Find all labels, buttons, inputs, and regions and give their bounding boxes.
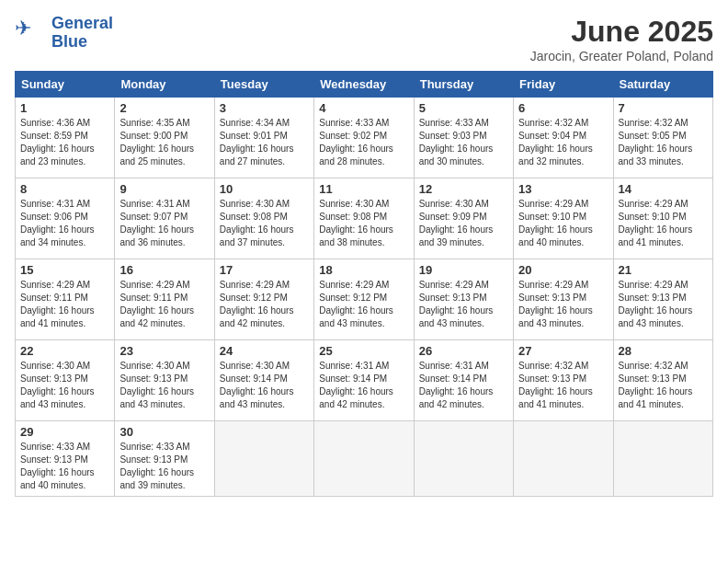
calendar-cell xyxy=(314,421,414,497)
calendar-cell: 18Sunrise: 4:29 AM Sunset: 9:12 PM Dayli… xyxy=(314,259,414,340)
calendar-cell: 6Sunrise: 4:32 AM Sunset: 9:04 PM Daylig… xyxy=(514,98,613,178)
day-info: Sunrise: 4:31 AM Sunset: 9:14 PM Dayligh… xyxy=(319,360,408,411)
calendar-cell: 21Sunrise: 4:29 AM Sunset: 9:13 PM Dayli… xyxy=(613,259,712,340)
day-number: 26 xyxy=(419,344,508,358)
weekday-header-saturday: Saturday xyxy=(613,72,712,98)
weekday-header-tuesday: Tuesday xyxy=(214,72,313,98)
calendar-cell: 7Sunrise: 4:32 AM Sunset: 9:05 PM Daylig… xyxy=(613,98,712,178)
day-info: Sunrise: 4:29 AM Sunset: 9:11 PM Dayligh… xyxy=(119,279,209,330)
day-info: Sunrise: 4:29 AM Sunset: 9:13 PM Dayligh… xyxy=(518,279,608,330)
calendar-cell: 4Sunrise: 4:33 AM Sunset: 9:02 PM Daylig… xyxy=(314,98,414,178)
calendar-cell: 19Sunrise: 4:29 AM Sunset: 9:13 PM Dayli… xyxy=(414,259,513,340)
day-info: Sunrise: 4:32 AM Sunset: 9:04 PM Dayligh… xyxy=(518,117,608,168)
day-info: Sunrise: 4:31 AM Sunset: 9:06 PM Dayligh… xyxy=(20,198,109,249)
day-number: 5 xyxy=(419,101,508,115)
day-info: Sunrise: 4:29 AM Sunset: 9:10 PM Dayligh… xyxy=(619,198,708,249)
day-info: Sunrise: 4:29 AM Sunset: 9:13 PM Dayligh… xyxy=(419,279,508,330)
weekday-header-wednesday: Wednesday xyxy=(314,72,414,98)
logo: ✈ General Blue xyxy=(15,15,113,52)
calendar-cell: 2Sunrise: 4:35 AM Sunset: 9:00 PM Daylig… xyxy=(115,98,214,178)
weekday-header-sunday: Sunday xyxy=(16,72,115,98)
calendar-cell: 5Sunrise: 4:33 AM Sunset: 9:03 PM Daylig… xyxy=(414,98,513,178)
day-info: Sunrise: 4:30 AM Sunset: 9:13 PM Dayligh… xyxy=(119,360,209,411)
calendar-cell: 16Sunrise: 4:29 AM Sunset: 9:11 PM Dayli… xyxy=(115,259,214,340)
calendar-cell xyxy=(613,421,712,497)
day-info: Sunrise: 4:29 AM Sunset: 9:12 PM Dayligh… xyxy=(220,279,309,330)
day-info: Sunrise: 4:34 AM Sunset: 9:01 PM Dayligh… xyxy=(220,117,309,168)
calendar-cell xyxy=(414,421,513,497)
title-block: June 2025 Jarocin, Greater Poland, Polan… xyxy=(530,15,713,63)
calendar-cell: 22Sunrise: 4:30 AM Sunset: 9:13 PM Dayli… xyxy=(16,340,115,421)
day-number: 18 xyxy=(319,263,408,277)
day-info: Sunrise: 4:31 AM Sunset: 9:14 PM Dayligh… xyxy=(419,360,508,411)
calendar-cell xyxy=(514,421,613,497)
day-number: 20 xyxy=(518,263,608,277)
day-info: Sunrise: 4:29 AM Sunset: 9:12 PM Dayligh… xyxy=(319,279,408,330)
day-number: 25 xyxy=(319,344,408,358)
calendar-cell: 14Sunrise: 4:29 AM Sunset: 9:10 PM Dayli… xyxy=(613,178,712,259)
day-number: 3 xyxy=(220,101,309,115)
day-info: Sunrise: 4:30 AM Sunset: 9:08 PM Dayligh… xyxy=(319,198,408,249)
day-number: 12 xyxy=(419,182,508,196)
calendar-table: SundayMondayTuesdayWednesdayThursdayFrid… xyxy=(15,71,713,497)
svg-text:✈: ✈ xyxy=(15,17,31,40)
calendar-cell xyxy=(214,421,313,497)
calendar-cell: 27Sunrise: 4:32 AM Sunset: 9:13 PM Dayli… xyxy=(514,340,613,421)
calendar-cell: 8Sunrise: 4:31 AM Sunset: 9:06 PM Daylig… xyxy=(16,178,115,259)
calendar-cell: 28Sunrise: 4:32 AM Sunset: 9:13 PM Dayli… xyxy=(613,340,712,421)
day-info: Sunrise: 4:32 AM Sunset: 9:13 PM Dayligh… xyxy=(518,360,608,411)
day-info: Sunrise: 4:35 AM Sunset: 9:00 PM Dayligh… xyxy=(119,117,209,168)
calendar-cell: 29Sunrise: 4:33 AM Sunset: 9:13 PM Dayli… xyxy=(16,421,115,497)
weekday-header-thursday: Thursday xyxy=(414,72,513,98)
day-number: 28 xyxy=(619,344,708,358)
calendar-cell: 26Sunrise: 4:31 AM Sunset: 9:14 PM Dayli… xyxy=(414,340,513,421)
weekday-header-monday: Monday xyxy=(115,72,214,98)
calendar-cell: 25Sunrise: 4:31 AM Sunset: 9:14 PM Dayli… xyxy=(314,340,414,421)
day-number: 6 xyxy=(518,101,608,115)
day-number: 11 xyxy=(319,182,408,196)
day-info: Sunrise: 4:32 AM Sunset: 9:05 PM Dayligh… xyxy=(619,117,708,168)
day-number: 2 xyxy=(119,101,209,115)
calendar-cell: 30Sunrise: 4:33 AM Sunset: 9:13 PM Dayli… xyxy=(115,421,214,497)
day-info: Sunrise: 4:33 AM Sunset: 9:02 PM Dayligh… xyxy=(319,117,408,168)
location-subtitle: Jarocin, Greater Poland, Poland xyxy=(530,49,713,63)
calendar-cell: 24Sunrise: 4:30 AM Sunset: 9:14 PM Dayli… xyxy=(214,340,313,421)
day-number: 13 xyxy=(518,182,608,196)
page-header: ✈ General Blue June 2025 Jarocin, Greate… xyxy=(15,15,713,63)
day-number: 8 xyxy=(20,182,109,196)
day-info: Sunrise: 4:36 AM Sunset: 8:59 PM Dayligh… xyxy=(20,117,109,168)
day-number: 4 xyxy=(319,101,408,115)
calendar-cell: 17Sunrise: 4:29 AM Sunset: 9:12 PM Dayli… xyxy=(214,259,313,340)
day-number: 10 xyxy=(220,182,309,196)
day-number: 30 xyxy=(119,425,209,439)
day-number: 27 xyxy=(518,344,608,358)
day-number: 1 xyxy=(20,101,109,115)
day-info: Sunrise: 4:29 AM Sunset: 9:10 PM Dayligh… xyxy=(518,198,608,249)
day-info: Sunrise: 4:30 AM Sunset: 9:13 PM Dayligh… xyxy=(20,360,109,411)
day-info: Sunrise: 4:30 AM Sunset: 9:09 PM Dayligh… xyxy=(419,198,508,249)
day-number: 19 xyxy=(419,263,508,277)
day-info: Sunrise: 4:32 AM Sunset: 9:13 PM Dayligh… xyxy=(619,360,708,411)
calendar-cell: 15Sunrise: 4:29 AM Sunset: 9:11 PM Dayli… xyxy=(16,259,115,340)
calendar-cell: 23Sunrise: 4:30 AM Sunset: 9:13 PM Dayli… xyxy=(115,340,214,421)
calendar-cell: 1Sunrise: 4:36 AM Sunset: 8:59 PM Daylig… xyxy=(16,98,115,178)
day-number: 29 xyxy=(20,425,109,439)
day-info: Sunrise: 4:31 AM Sunset: 9:07 PM Dayligh… xyxy=(119,198,209,249)
day-number: 14 xyxy=(619,182,708,196)
day-number: 22 xyxy=(20,344,109,358)
logo-text: General Blue xyxy=(51,15,113,52)
day-number: 23 xyxy=(119,344,209,358)
calendar-cell: 10Sunrise: 4:30 AM Sunset: 9:08 PM Dayli… xyxy=(214,178,313,259)
day-info: Sunrise: 4:29 AM Sunset: 9:13 PM Dayligh… xyxy=(619,279,708,330)
day-number: 16 xyxy=(119,263,209,277)
calendar-cell: 13Sunrise: 4:29 AM Sunset: 9:10 PM Dayli… xyxy=(514,178,613,259)
day-info: Sunrise: 4:30 AM Sunset: 9:14 PM Dayligh… xyxy=(220,360,309,411)
day-number: 15 xyxy=(20,263,109,277)
day-info: Sunrise: 4:29 AM Sunset: 9:11 PM Dayligh… xyxy=(20,279,109,330)
weekday-header-friday: Friday xyxy=(514,72,613,98)
day-number: 21 xyxy=(619,263,708,277)
calendar-cell: 11Sunrise: 4:30 AM Sunset: 9:08 PM Dayli… xyxy=(314,178,414,259)
day-number: 24 xyxy=(220,344,309,358)
calendar-cell: 9Sunrise: 4:31 AM Sunset: 9:07 PM Daylig… xyxy=(115,178,214,259)
calendar-cell: 12Sunrise: 4:30 AM Sunset: 9:09 PM Dayli… xyxy=(414,178,513,259)
